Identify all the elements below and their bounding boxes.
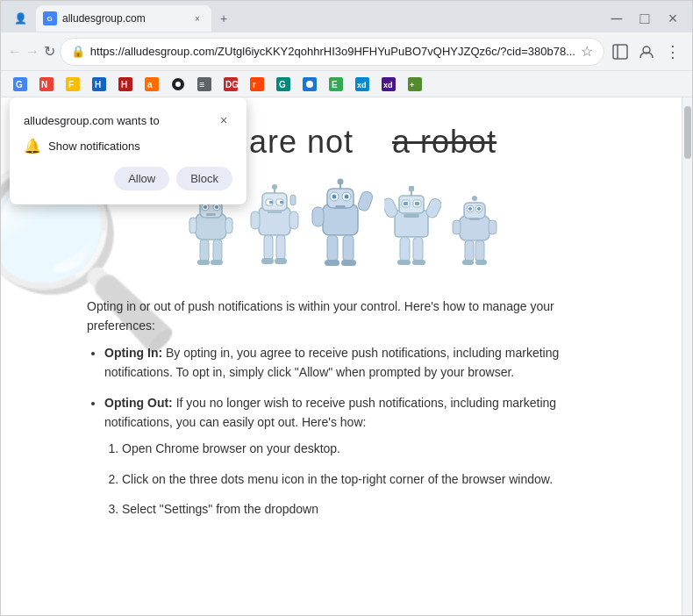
- robot-4: [384, 183, 441, 270]
- bookmark-item[interactable]: xd: [350, 75, 375, 93]
- svg-rect-96: [412, 260, 425, 265]
- svg-rect-57: [269, 201, 273, 204]
- step-1: Open Chrome browser on your desktop.: [122, 439, 596, 458]
- svg-rect-63: [264, 235, 273, 260]
- opt-out-item: Opting Out: If you no longer wish to rec…: [104, 393, 596, 519]
- svg-rect-64: [276, 235, 285, 260]
- svg-rect-51: [259, 207, 290, 235]
- active-tab[interactable]: G alludesgroup.com ×: [36, 5, 211, 32]
- bookmark-favicon: [171, 77, 185, 91]
- bookmark-favicon: xd: [355, 77, 369, 91]
- bookmark-favicon: r: [250, 77, 264, 91]
- svg-rect-2: [613, 45, 627, 59]
- block-button[interactable]: Block: [176, 167, 232, 190]
- svg-text:+: +: [410, 81, 414, 90]
- bookmark-item[interactable]: +: [403, 75, 427, 93]
- svg-rect-93: [400, 237, 410, 261]
- svg-point-54: [272, 184, 277, 190]
- bookmark-item[interactable]: ≡: [192, 75, 217, 93]
- bookmark-item[interactable]: H: [113, 75, 138, 93]
- address-bar[interactable]: 🔒 https://alludesgroup.com/ZUtgl6iycKKY2…: [60, 38, 604, 66]
- svg-text:DG: DG: [225, 80, 238, 90]
- opt-in-item: Opting In: By opting in, you agree to re…: [104, 343, 596, 383]
- menu-btn[interactable]: ⋮: [661, 39, 685, 64]
- new-tab-btn[interactable]: +: [213, 8, 234, 29]
- svg-rect-90: [404, 214, 419, 218]
- svg-rect-105: [453, 220, 461, 234]
- bookmark-favicon: a: [145, 77, 159, 91]
- bookmark-favicon: G: [276, 77, 290, 91]
- svg-rect-75: [335, 205, 346, 209]
- sidebar-btn[interactable]: [608, 39, 632, 64]
- bookmarks-bar: G N F H H a: [1, 71, 692, 97]
- opt-out-heading: Opting Out:: [104, 396, 173, 410]
- back-btn[interactable]: ←: [8, 39, 22, 64]
- bookmark-item[interactable]: DG: [218, 75, 243, 93]
- profile-icon-btn[interactable]: 👤: [8, 6, 32, 31]
- bookmark-favicon: H: [118, 77, 132, 91]
- bookmark-item[interactable]: F: [61, 75, 85, 93]
- svg-rect-78: [327, 235, 338, 261]
- toolbar: ← → ↻ 🔒 https://alludesgroup.com/ZUtgl6i…: [1, 32, 692, 71]
- bookmark-favicon: xd: [382, 77, 396, 91]
- allow-button[interactable]: Allow: [114, 167, 169, 190]
- tab-title: alludesgroup.com: [62, 12, 185, 25]
- bookmark-favicon: N: [39, 77, 54, 91]
- svg-rect-58: [280, 201, 283, 204]
- intro-paragraph: Opting in or out of push notifications i…: [87, 297, 596, 336]
- svg-text:H: H: [121, 80, 127, 90]
- minimize-btn[interactable]: ─: [604, 6, 629, 31]
- content-text: Opting in or out of push notifications i…: [87, 297, 596, 519]
- bookmark-item[interactable]: N: [34, 75, 59, 93]
- reload-btn[interactable]: ↻: [43, 39, 56, 64]
- bookmark-item[interactable]: r: [245, 75, 269, 93]
- bookmark-favicon: H: [92, 77, 106, 91]
- maximize-btn[interactable]: □: [632, 6, 657, 31]
- bookmark-item[interactable]: [166, 75, 190, 93]
- bookmark-favicon: G: [13, 77, 27, 91]
- bookmark-item[interactable]: a: [139, 75, 164, 93]
- tab-close-btn[interactable]: ×: [190, 11, 204, 25]
- svg-rect-81: [341, 260, 356, 266]
- svg-rect-104: [469, 218, 480, 220]
- toolbar-right: ⋮: [608, 39, 685, 64]
- scrollbar-track[interactable]: [682, 97, 692, 615]
- svg-text:G: G: [279, 80, 286, 90]
- svg-rect-89: [415, 202, 419, 205]
- tab-favicon: G: [43, 11, 57, 25]
- bookmark-item[interactable]: E: [324, 75, 348, 93]
- forward-btn[interactable]: →: [25, 39, 39, 64]
- svg-point-43: [215, 205, 218, 209]
- bookmark-star-icon[interactable]: ☆: [581, 43, 593, 60]
- svg-rect-50: [211, 260, 223, 265]
- profile-btn[interactable]: [634, 39, 659, 64]
- svg-rect-44: [206, 213, 216, 216]
- bookmark-favicon: +: [408, 77, 422, 91]
- popup-buttons: Allow Block: [24, 167, 232, 190]
- bookmark-item[interactable]: H: [87, 75, 111, 93]
- browser-window: 👤 G alludesgroup.com × + ─ □ × ← → ↻ 🔒 h…: [0, 0, 693, 616]
- svg-text:xd: xd: [383, 81, 393, 90]
- opt-out-text: If you no longer wish to receive push no…: [104, 396, 556, 429]
- robot-2: [248, 183, 301, 270]
- robot-5: [450, 191, 501, 270]
- svg-rect-62: [290, 195, 296, 205]
- bookmark-item[interactable]: G: [8, 75, 32, 93]
- opt-in-heading: Opting In:: [104, 346, 162, 360]
- notification-popup: alludesgroup.com wants to × 🔔 Show notif…: [10, 97, 246, 204]
- popup-title: alludesgroup.com wants to: [24, 114, 160, 127]
- svg-rect-107: [465, 240, 474, 261]
- popup-option-label: Show notifications: [48, 140, 140, 153]
- bookmark-item[interactable]: [297, 75, 322, 93]
- bookmark-item[interactable]: xd: [376, 75, 401, 93]
- bookmark-favicon: F: [66, 77, 80, 91]
- svg-rect-85: [409, 186, 414, 191]
- bookmark-item[interactable]: G: [271, 75, 296, 93]
- close-btn[interactable]: ×: [661, 6, 685, 31]
- svg-point-28: [306, 81, 313, 88]
- scrollbar-thumb[interactable]: [684, 106, 691, 159]
- svg-rect-48: [213, 240, 222, 261]
- popup-close-btn[interactable]: ×: [215, 111, 232, 129]
- svg-rect-80: [325, 260, 339, 266]
- svg-point-102: [468, 207, 472, 211]
